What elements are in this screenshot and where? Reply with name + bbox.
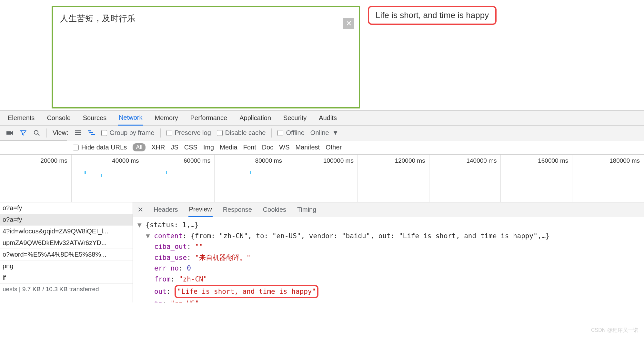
translate-output-text: Life is short, and time is happy (376, 10, 489, 20)
filter-row: Hide data URLs All XHR JS CSS Img Media … (0, 140, 644, 155)
json-ciba-use: "来自机器翻译。" (195, 254, 250, 261)
large-rows-icon[interactable] (74, 129, 82, 137)
request-item[interactable]: o?word=%E5%A4%8D%E5%88%... (0, 249, 133, 260)
network-bottom: o?a=fy o?a=fy 4?id=wfocus&gqid=ZA9QW8iQE… (0, 202, 644, 302)
svg-rect-6 (75, 134, 81, 135)
throttling-select[interactable]: Online▼ (310, 129, 339, 137)
filter-input[interactable] (0, 140, 67, 155)
translator-area: 人生苦短，及时行乐 ✕ Life is short, and time is h… (0, 0, 644, 110)
svg-rect-7 (88, 130, 91, 131)
tab-network[interactable]: Network (118, 111, 143, 126)
network-toolbar: View: Group by frame Preserve log Disabl… (0, 126, 644, 140)
offline-checkbox[interactable]: Offline (277, 129, 304, 137)
json-root: {status: 1,…} (146, 221, 198, 229)
translate-output-box: Life is short, and time is happy (368, 6, 497, 25)
hide-data-urls-checkbox[interactable]: Hide data URLs (73, 144, 127, 151)
filter-manifest[interactable]: Manifest (296, 144, 320, 151)
timeline-overview[interactable]: 20000 ms 40000 ms 60000 ms 80000 ms 1000… (0, 155, 644, 202)
chevron-down-icon: ▼ (332, 129, 339, 137)
translate-input-text: 人生苦短，及时行乐 (60, 13, 341, 24)
detail-tab-timing[interactable]: Timing (297, 203, 317, 217)
timeline-tick: 120000 ms (360, 157, 427, 164)
svg-rect-9 (91, 134, 95, 135)
timeline-tick: 60000 ms (145, 157, 213, 164)
group-by-frame-checkbox[interactable]: Group by frame (101, 129, 155, 137)
svg-rect-4 (75, 130, 81, 131)
search-icon[interactable] (33, 129, 41, 137)
timeline-tick: 40000 ms (74, 157, 141, 164)
timeline-tick: 160000 ms (503, 157, 570, 164)
tab-audits[interactable]: Audits (318, 111, 337, 125)
detail-tabs: ✕ Headers Preview Response Cookies Timin… (133, 202, 644, 217)
waterfall-icon[interactable] (88, 129, 96, 137)
tab-application[interactable]: Application (239, 111, 272, 125)
tab-performance[interactable]: Performance (190, 111, 228, 125)
request-item[interactable]: o?a=fy (0, 202, 133, 214)
filter-font[interactable]: Font (243, 144, 256, 151)
disable-cache-checkbox[interactable]: Disable cache (217, 129, 266, 137)
request-item[interactable]: o?a=fy (0, 214, 133, 226)
tab-memory[interactable]: Memory (154, 111, 179, 125)
request-list: o?a=fy o?a=fy 4?id=wfocus&gqid=ZA9QW8iQE… (0, 202, 133, 302)
filter-img[interactable]: Img (203, 144, 214, 151)
svg-rect-5 (75, 132, 81, 133)
divider (160, 128, 161, 138)
timeline-tick: 80000 ms (216, 157, 284, 164)
filter-js[interactable]: JS (171, 144, 178, 151)
svg-rect-0 (6, 131, 11, 135)
filter-xhr[interactable]: XHR (151, 144, 165, 151)
json-out: "Life is short, and time is happy" (177, 288, 316, 295)
tab-sources[interactable]: Sources (82, 111, 107, 125)
filter-doc[interactable]: Doc (262, 144, 274, 151)
filter-other[interactable]: Other (326, 144, 342, 151)
svg-point-2 (34, 130, 38, 134)
timeline-tick: 20000 ms (2, 157, 69, 164)
record-icon[interactable] (6, 129, 14, 137)
svg-line-3 (38, 134, 39, 136)
request-item[interactable]: 4?id=wfocus&gqid=ZA9QW8iQEI_l... (0, 226, 133, 237)
timeline-tick: 100000 ms (288, 157, 356, 164)
detail-tab-response[interactable]: Response (222, 203, 253, 217)
filter-media[interactable]: Media (220, 144, 237, 151)
timeline-tick: 180000 ms (574, 157, 642, 164)
close-icon[interactable]: ✕ (137, 206, 143, 214)
filter-icon[interactable] (19, 129, 27, 137)
timeline-tick: 140000 ms (431, 157, 499, 164)
svg-marker-1 (11, 131, 13, 135)
request-item[interactable]: upmZA9QW6DkEMv32ATWr6zYD... (0, 237, 133, 249)
json-content-summary: {from: "zh-CN", to: "en-US", vendor: "ba… (191, 232, 550, 240)
request-item[interactable]: png (0, 260, 133, 272)
tab-console[interactable]: Console (46, 111, 71, 125)
view-label: View: (53, 129, 68, 137)
json-err-no: 0 (187, 264, 191, 272)
requests-status: uests | 9.7 KB / 10.3 KB transferred (0, 284, 133, 295)
devtools-tabs: Elements Console Sources Network Memory … (0, 111, 644, 126)
json-from: "zh-CN" (179, 275, 207, 283)
filter-ws[interactable]: WS (279, 144, 289, 151)
request-item[interactable]: if (0, 272, 133, 284)
tab-elements[interactable]: Elements (7, 111, 35, 125)
preserve-log-checkbox[interactable]: Preserve log (166, 129, 211, 137)
close-icon[interactable]: ✕ (343, 18, 354, 29)
svg-rect-8 (89, 132, 93, 133)
detail-tab-headers[interactable]: Headers (153, 203, 179, 217)
divider (46, 128, 47, 138)
translate-input-box[interactable]: 人生苦短，及时行乐 ✕ (52, 6, 360, 108)
detail-tab-cookies[interactable]: Cookies (262, 203, 287, 217)
detail-pane: ✕ Headers Preview Response Cookies Timin… (133, 202, 644, 302)
detail-tab-preview[interactable]: Preview (188, 202, 213, 217)
devtools-panel: Elements Console Sources Network Memory … (0, 110, 644, 302)
preview-body[interactable]: ▼ {status: 1,…} ▼ content: {from: "zh-CN… (133, 217, 644, 302)
json-to: "en-US" (171, 300, 199, 302)
json-ciba-out: "" (195, 243, 203, 250)
divider (271, 128, 272, 138)
filter-all-pill[interactable]: All (133, 143, 146, 151)
filter-css[interactable]: CSS (184, 144, 197, 151)
tab-security[interactable]: Security (283, 111, 307, 125)
